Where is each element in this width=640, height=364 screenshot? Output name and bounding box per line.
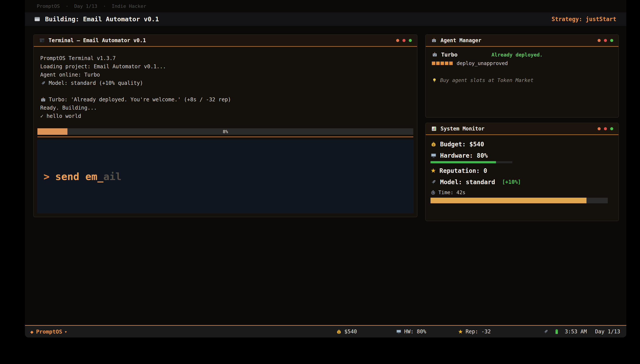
moneybag-icon: $ <box>336 329 342 334</box>
battery-icon <box>554 329 559 334</box>
window-control-green-dot[interactable] <box>610 127 613 130</box>
hardware-bar-fill <box>430 161 496 163</box>
terminal-output: PromptOS Terminal v1.3.7Loading project:… <box>34 47 417 128</box>
statusbar-reputation: ★ Rep: -32 <box>458 328 491 335</box>
window-control-green-dot[interactable] <box>409 39 412 42</box>
hardware-row: Hardware: 80% <box>430 152 614 160</box>
monitor-icon <box>396 329 402 334</box>
agent-manager-body: Turbo Already deployed. deploy_unapprove… <box>426 47 618 88</box>
star-icon: ★ <box>458 329 463 334</box>
monitor-icon <box>430 152 437 158</box>
agent-hint-row: Buy agent slots at Token Market <box>432 78 612 83</box>
agent-row[interactable]: Turbo Already deployed. <box>432 52 612 58</box>
robot-icon <box>432 52 438 58</box>
rocket-icon <box>543 329 549 334</box>
terminal-line-text: Ready. Building... <box>40 104 97 112</box>
moneybag-icon: $ <box>430 141 437 147</box>
svg-text:$: $ <box>433 144 434 146</box>
statusbar-budget-value: $540 <box>344 328 357 335</box>
window-controls <box>597 39 613 42</box>
window-control-orange-dot[interactable] <box>597 127 601 130</box>
terminal-line: Turbo: 'Already deployed. You're welcome… <box>40 96 410 104</box>
statusbar-hardware: HW: 80% <box>396 328 426 335</box>
svg-text:$: $ <box>338 331 340 334</box>
app-window: PromptOS · Day 1/13 · Indie Hacker Build… <box>25 0 626 338</box>
prompt-symbol: > <box>44 171 50 182</box>
budget-label: Budget: $540 <box>440 141 484 148</box>
agent-manager-header: Agent Manager <box>426 35 618 47</box>
terminal-line-text <box>40 87 43 96</box>
model-bonus-label: [+10%] <box>502 179 521 185</box>
main-content: Terminal — Email Automator v0.1 PromptOS… <box>25 26 626 221</box>
hardware-bar <box>430 161 512 163</box>
window-control-red-dot[interactable] <box>402 39 405 42</box>
progress-block <box>432 62 435 65</box>
reputation-label: Reputation: 0 <box>439 167 487 174</box>
statusbar-day: Day 1/13 <box>595 328 620 335</box>
command-input[interactable]: > send em _ ail <box>37 140 414 214</box>
terminal-line: ✓ hello world <box>40 112 410 120</box>
progress-block <box>445 62 448 65</box>
robot-icon <box>40 97 46 103</box>
terminal-line-text: Agent online: Turbo <box>40 71 100 79</box>
terminal-icon <box>39 38 45 43</box>
window-control-orange-dot[interactable] <box>396 39 399 42</box>
rocket-icon <box>40 80 46 86</box>
model-label: Model: standard <box>440 178 495 186</box>
right-column: Agent Manager Turbo Already deployed. <box>425 34 619 221</box>
lightbulb-icon <box>432 78 437 83</box>
terminal-line-text: PromptOS Terminal v1.3.7 <box>40 54 116 62</box>
model-row: Model: standard [+10%] <box>430 178 614 186</box>
window-control-green-dot[interactable] <box>610 39 613 42</box>
terminal-line: Ready. Building... <box>40 104 410 112</box>
build-progress-bar: 8% <box>38 128 413 135</box>
window-controls <box>396 39 412 42</box>
title-bar: Building: Email Automator v0.1 Strategy:… <box>25 12 626 26</box>
caret-down-icon: ▾ <box>65 330 67 334</box>
autocomplete-ghost-text: ail <box>103 171 121 182</box>
robot-icon <box>431 38 437 43</box>
budget-row: $ Budget: $540 <box>430 140 614 148</box>
agent-status: Already deployed. <box>491 52 542 58</box>
terminal-panel: Terminal — Email Automator v0.1 PromptOS… <box>33 34 417 217</box>
bar-chart-icon <box>431 126 437 132</box>
terminal-line-text: Loading project: Email Automator v0.1... <box>40 62 166 71</box>
page-title: Building: Email Automator v0.1 <box>45 16 159 23</box>
statusbar-right-group: 3:53 AM Day 1/13 <box>543 328 620 335</box>
terminal-line: Model: standard (+10% quality) <box>40 79 410 87</box>
statusbar-reputation-value: Rep: -32 <box>465 328 491 335</box>
agent-name: Turbo <box>441 52 457 58</box>
agent-tag-row: deploy_unapproved <box>432 60 612 66</box>
time-bar <box>430 198 608 203</box>
agent-progress-blocks <box>432 62 453 65</box>
window-control-orange-dot[interactable] <box>597 39 601 42</box>
text-cursor: _ <box>98 171 104 182</box>
time-row: Time: 42s <box>430 190 614 196</box>
statusbar-app-label: PromptOS <box>36 328 62 335</box>
stopwatch-icon <box>430 190 436 195</box>
system-monitor-panel: System Monitor $ Budget: $540 <box>425 123 619 221</box>
terminal-line <box>40 87 410 96</box>
terminal-line-text: ✓ hello world <box>40 112 81 120</box>
window-controls <box>597 127 613 130</box>
statusbar-app-menu[interactable]: ◆ PromptOS ▾ <box>30 328 67 335</box>
window-control-red-dot[interactable] <box>604 39 607 42</box>
window-control-red-dot[interactable] <box>604 127 607 130</box>
diamond-icon: ◆ <box>30 329 34 334</box>
hardware-label: Hardware: 80% <box>440 152 488 159</box>
build-progress-label: 8% <box>223 129 228 134</box>
top-info-text: PromptOS · Day 1/13 · Indie Hacker <box>37 4 146 9</box>
input-separator <box>38 136 413 137</box>
strategy-label: Strategy: justStart <box>552 16 616 22</box>
window-icon <box>34 16 41 22</box>
agent-hint: Buy agent slots at Token Market <box>440 78 533 83</box>
agent-manager-title: Agent Manager <box>440 38 481 44</box>
progress-block <box>449 62 453 65</box>
statusbar-budget: $ $540 <box>336 328 357 335</box>
system-monitor-body: $ Budget: $540 Hardware: 80% ★ <box>426 135 618 208</box>
terminal-line: Agent online: Turbo <box>40 71 410 79</box>
terminal-line: Loading project: Email Automator v0.1... <box>40 62 410 71</box>
progress-block <box>440 62 444 65</box>
statusbar-clock: 3:53 AM <box>565 328 587 335</box>
progress-block <box>436 62 440 65</box>
